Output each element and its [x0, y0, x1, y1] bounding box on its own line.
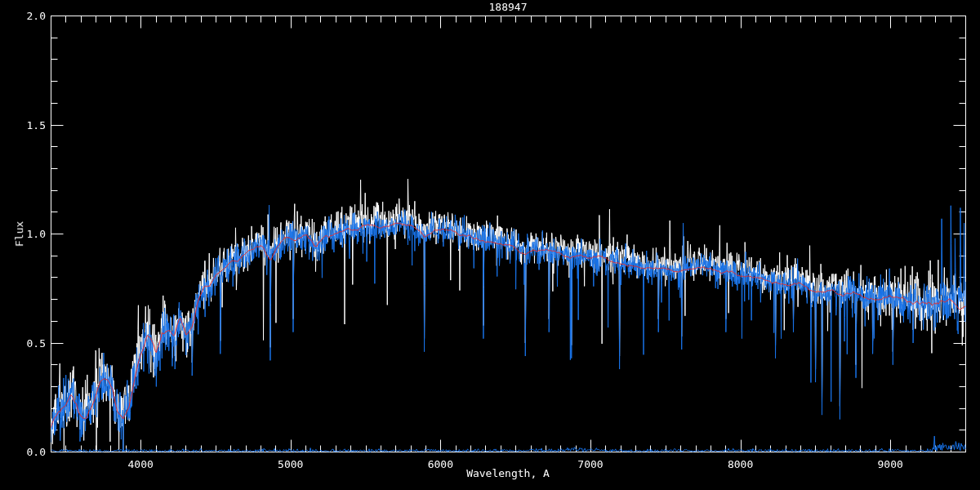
- y-tick-label: 0.5: [21, 338, 46, 349]
- x-tick-label: 5000: [271, 459, 310, 470]
- x-tick-label: 4000: [121, 459, 160, 470]
- x-tick-label: 9000: [871, 459, 910, 470]
- y-tick-label: 2.0: [21, 11, 46, 21]
- y-tick-label: 1.5: [21, 120, 46, 131]
- y-tick-label: 0.0: [21, 447, 46, 457]
- x-tick-label: 6000: [421, 459, 460, 470]
- y-tick-label: 1.0: [21, 229, 46, 239]
- x-tick-label: 7000: [571, 459, 610, 470]
- x-axis-label: Wavelength, A: [51, 468, 965, 479]
- spectrum-figure: 188947 Wavelength, A Flux 40005000600070…: [0, 0, 980, 490]
- plot-title: 188947: [51, 2, 965, 12]
- spectrum-plot-canvas: [0, 0, 980, 490]
- x-tick-label: 8000: [721, 459, 760, 470]
